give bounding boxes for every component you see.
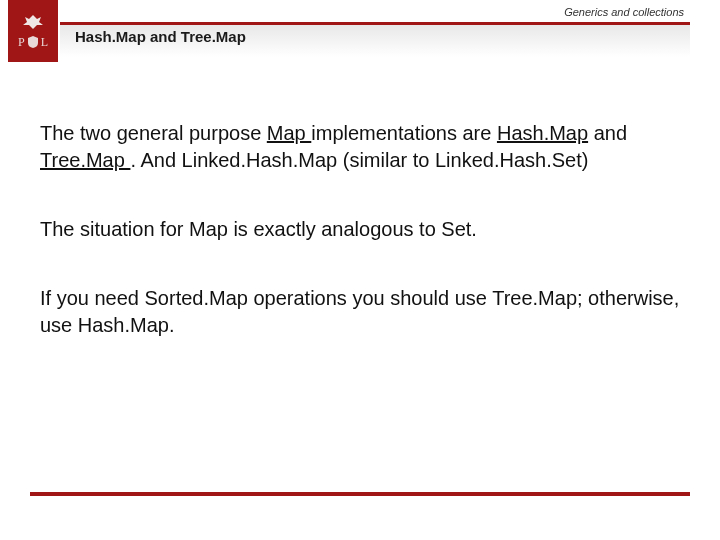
p1-text-b: implementations are [311,122,497,144]
link-map[interactable]: Map [267,122,311,144]
logo-p: P [18,35,25,50]
p1-text-d: . And Linked.Hash.Map (similar to Linked… [130,149,588,171]
p1-text-c: and [588,122,627,144]
link-hashmap[interactable]: Hash.Map [497,122,588,144]
university-logo: P L [8,0,58,62]
paragraph-2: The situation for Map is exactly analogo… [40,216,680,243]
eagle-icon [21,13,45,31]
footer-rule [30,492,690,496]
slide-body: The two general purpose Map implementati… [40,120,680,381]
p1-text-a: The two general purpose [40,122,267,144]
slide-header: P L Generics and collections Hash.Map an… [0,0,720,62]
slide-title: Hash.Map and Tree.Map [75,28,246,45]
link-treemap[interactable]: Tree.Map [40,149,130,171]
paragraph-3: If you need Sorted.Map operations you sh… [40,285,680,339]
logo-l: L [41,35,48,50]
logo-letters: P L [18,35,48,50]
paragraph-1: The two general purpose Map implementati… [40,120,680,174]
shield-icon [28,36,38,48]
topic-label: Generics and collections [564,6,684,18]
